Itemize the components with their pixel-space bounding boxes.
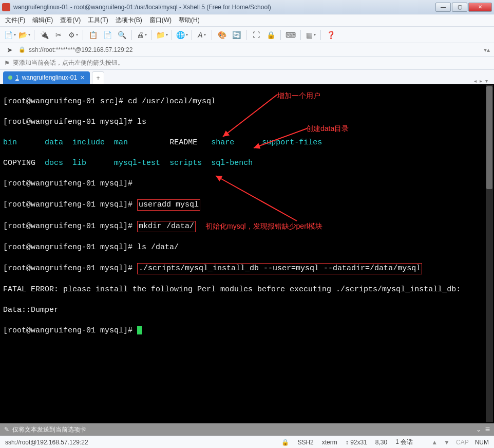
size-icon: ↕ (346, 439, 349, 446)
window-controls: — ▢ ✕ (435, 3, 492, 12)
minimize-button[interactable]: — (435, 3, 451, 12)
scrollbar-thumb[interactable] (486, 86, 492, 189)
disconnect-button[interactable]: ✂ (53, 29, 64, 41)
close-button[interactable]: ✕ (468, 3, 492, 12)
color-button[interactable]: 🎨 (216, 29, 227, 41)
tab-label: wangruifenglinux-01 (22, 74, 77, 81)
status-cursor: 8,30 (375, 439, 387, 446)
status-sessions: 1 会话 (395, 438, 413, 446)
statusbar: ssh://root@192.168.57.129:22 🔒 SSH2 xter… (0, 436, 494, 448)
toolbar: 📄 📂 🔌 ✂ ⚙ 📋 📄 🔍 🖨 📁 🌐 A 🎨 🔄 ⛶ 🔒 ⌨ ▦ ❓ (0, 27, 494, 43)
tab-nav: ◂ ▸ ▾ (474, 78, 491, 84)
flag-icon: ⚑ (4, 60, 10, 67)
find-button[interactable]: 🔍 (116, 29, 127, 41)
menu-edit[interactable]: 编辑(E) (32, 16, 53, 25)
line-lsdata: [root@wangruifeng-01 mysql]# ls /data/ (3, 242, 491, 253)
menu-tabs[interactable]: 选项卡(B) (116, 16, 142, 25)
maximize-button[interactable]: ▢ (452, 3, 467, 12)
line-ls: [root@wangruifeng-01 mysql]# ls (3, 117, 491, 127)
tab-next-icon[interactable]: ▸ (480, 78, 482, 84)
keyboard-button[interactable]: ⌨ (285, 29, 296, 41)
line-error-mod: Data::Dumper (3, 305, 491, 315)
menu-tools[interactable]: 工具(T) (88, 16, 108, 25)
line-ls-out2: COPYING docs lib mysql-test scripts sql-… (3, 158, 491, 169)
addressbar: ➤ 🔒 ssh://root:********@192.168.57.129:2… (0, 43, 494, 57)
status-proto: SSH2 (297, 439, 313, 446)
line-useradd: [root@wangruifeng-01 mysql]# useradd mys… (3, 199, 491, 211)
titlebar: wangruifenglinux-01 - root@wangruifeng-0… (0, 0, 494, 14)
properties-button[interactable]: ⚙ (67, 29, 79, 41)
sendbar-menu-icon[interactable]: ≡ (485, 425, 490, 434)
line-error: FATAL ERROR: please install the followin… (3, 285, 491, 295)
transfer-button[interactable]: 📁 (156, 29, 167, 41)
tab-add-button[interactable]: + (92, 71, 104, 84)
line-prompt-cursor: [root@wangruifeng-01 mysql]# (3, 326, 491, 336)
address-text[interactable]: ssh://root:********@192.168.57.129:22 (29, 46, 481, 53)
new-session-button[interactable]: 📄 (4, 29, 15, 41)
status-cap: CAP (456, 439, 469, 446)
addressbar-arrow-icon[interactable]: ➤ (4, 44, 15, 55)
status-num: NUM (475, 439, 489, 446)
line-cd: [root@wangruifeng-01 src]# cd /usr/local… (3, 97, 491, 107)
app-icon (2, 3, 10, 11)
copy-button[interactable]: 📋 (87, 29, 99, 41)
line-empty-prompt-1: [root@wangruifeng-01 mysql]# (3, 179, 491, 189)
session-hint: ⚑ 要添加当前会话，点击左侧的箭头按钮。 (0, 57, 494, 70)
menu-view[interactable]: 查看(V) (60, 16, 81, 25)
window-title: wangruifenglinux-01 - root@wangruifeng-0… (13, 4, 435, 11)
tab-status-icon (8, 76, 12, 80)
tab-session-1[interactable]: 1 wangruifenglinux-01 ✕ (3, 71, 90, 84)
menubar: 文件(F) 编辑(E) 查看(V) 工具(T) 选项卡(B) 窗口(W) 帮助(… (0, 14, 494, 27)
layout-button[interactable]: ▦ (305, 29, 316, 41)
menu-file[interactable]: 文件(F) (5, 16, 25, 25)
reconnect-button[interactable]: 🔌 (39, 29, 50, 41)
sendbar: ✎ 仅将文本发送到当前选项卡 ⌄ ≡ (0, 423, 494, 436)
line-mkdir: [root@wangruifeng-01 mysql]# mkdir /data… (3, 221, 491, 232)
tab-prev-icon[interactable]: ◂ (474, 78, 477, 84)
sync-down-icon[interactable]: ▼ (444, 439, 450, 446)
sendbar-dropdown-icon[interactable]: ⌄ (476, 426, 481, 433)
globe-button[interactable]: 🌐 (176, 29, 187, 41)
help-button[interactable]: ❓ (325, 29, 336, 41)
status-conn: ssh://root@192.168.57.129:22 (5, 439, 88, 446)
status-size: 92x31 (350, 439, 367, 446)
line-install: [root@wangruifeng-01 mysql]# ./scripts/m… (3, 263, 491, 274)
tab-list-icon[interactable]: ▾ (485, 78, 488, 84)
tab-close-icon[interactable]: ✕ (80, 74, 85, 81)
tab-index: 1 (15, 74, 19, 81)
hint-text: 要添加当前会话，点击左侧的箭头按钮。 (13, 59, 124, 67)
menu-window[interactable]: 窗口(W) (149, 16, 172, 25)
sync-up-icon[interactable]: ▲ (431, 439, 438, 446)
paste-button[interactable]: 📄 (102, 29, 113, 41)
lock-icon: 🔒 (18, 46, 26, 53)
terminal[interactable]: [root@wangruifeng-01 src]# cd /usr/local… (0, 84, 494, 423)
lock-toolbar-button[interactable]: 🔒 (265, 29, 276, 41)
font-button[interactable]: A (196, 29, 207, 41)
status-term: xterm (322, 439, 337, 446)
tabbar: 1 wangruifenglinux-01 ✕ + ◂ ▸ ▾ (0, 70, 494, 84)
sendbar-text[interactable]: 仅将文本发送到当前选项卡 (12, 425, 473, 434)
open-button[interactable]: 📂 (18, 29, 30, 41)
fullscreen-button[interactable]: ⛶ (251, 29, 262, 41)
pencil-icon: ✎ (4, 426, 9, 433)
line-ls-out1: bin data include man README share suppor… (3, 138, 491, 148)
print-button[interactable]: 🖨 (136, 29, 147, 41)
terminal-scrollbar[interactable] (486, 85, 493, 422)
menu-help[interactable]: 帮助(H) (179, 16, 200, 25)
cursor (137, 326, 142, 334)
plus-icon: + (97, 74, 100, 82)
refresh-button[interactable]: 🔄 (231, 29, 242, 41)
addressbar-toggle-icon[interactable]: ▾▴ (484, 46, 490, 53)
lock-icon-status: 🔒 (281, 439, 289, 446)
